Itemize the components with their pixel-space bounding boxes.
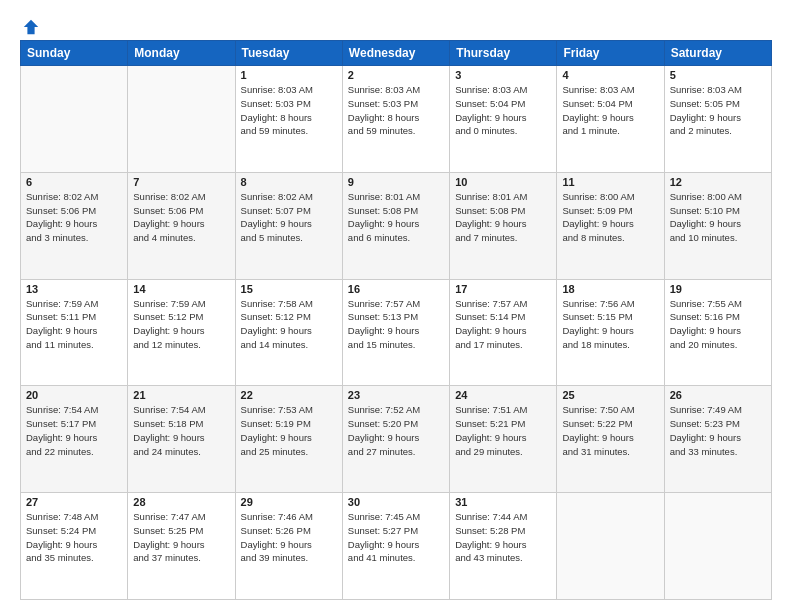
cell-text: Sunrise: 7:50 AM Sunset: 5:22 PM Dayligh… <box>562 403 658 458</box>
calendar-cell: 7Sunrise: 8:02 AM Sunset: 5:06 PM Daylig… <box>128 172 235 279</box>
calendar-cell: 2Sunrise: 8:03 AM Sunset: 5:03 PM Daylig… <box>342 66 449 173</box>
day-number: 28 <box>133 496 229 508</box>
weekday-header: Wednesday <box>342 41 449 66</box>
day-number: 22 <box>241 389 337 401</box>
cell-text: Sunrise: 8:02 AM Sunset: 5:07 PM Dayligh… <box>241 190 337 245</box>
cell-text: Sunrise: 7:49 AM Sunset: 5:23 PM Dayligh… <box>670 403 766 458</box>
day-number: 21 <box>133 389 229 401</box>
calendar-cell: 25Sunrise: 7:50 AM Sunset: 5:22 PM Dayli… <box>557 386 664 493</box>
calendar-cell: 19Sunrise: 7:55 AM Sunset: 5:16 PM Dayli… <box>664 279 771 386</box>
weekday-header: Tuesday <box>235 41 342 66</box>
cell-text: Sunrise: 8:03 AM Sunset: 5:05 PM Dayligh… <box>670 83 766 138</box>
day-number: 17 <box>455 283 551 295</box>
cell-text: Sunrise: 8:02 AM Sunset: 5:06 PM Dayligh… <box>26 190 122 245</box>
calendar-cell <box>21 66 128 173</box>
calendar-cell: 31Sunrise: 7:44 AM Sunset: 5:28 PM Dayli… <box>450 493 557 600</box>
calendar-cell: 9Sunrise: 8:01 AM Sunset: 5:08 PM Daylig… <box>342 172 449 279</box>
calendar-cell: 10Sunrise: 8:01 AM Sunset: 5:08 PM Dayli… <box>450 172 557 279</box>
day-number: 23 <box>348 389 444 401</box>
day-number: 20 <box>26 389 122 401</box>
calendar-cell: 22Sunrise: 7:53 AM Sunset: 5:19 PM Dayli… <box>235 386 342 493</box>
day-number: 15 <box>241 283 337 295</box>
calendar-cell: 5Sunrise: 8:03 AM Sunset: 5:05 PM Daylig… <box>664 66 771 173</box>
cell-text: Sunrise: 7:54 AM Sunset: 5:18 PM Dayligh… <box>133 403 229 458</box>
cell-text: Sunrise: 8:00 AM Sunset: 5:09 PM Dayligh… <box>562 190 658 245</box>
cell-text: Sunrise: 7:57 AM Sunset: 5:14 PM Dayligh… <box>455 297 551 352</box>
calendar-week-row: 27Sunrise: 7:48 AM Sunset: 5:24 PM Dayli… <box>21 493 772 600</box>
cell-text: Sunrise: 7:56 AM Sunset: 5:15 PM Dayligh… <box>562 297 658 352</box>
cell-text: Sunrise: 7:57 AM Sunset: 5:13 PM Dayligh… <box>348 297 444 352</box>
calendar-cell: 4Sunrise: 8:03 AM Sunset: 5:04 PM Daylig… <box>557 66 664 173</box>
weekday-header: Thursday <box>450 41 557 66</box>
day-number: 2 <box>348 69 444 81</box>
calendar-header-row: SundayMondayTuesdayWednesdayThursdayFrid… <box>21 41 772 66</box>
cell-text: Sunrise: 8:03 AM Sunset: 5:03 PM Dayligh… <box>241 83 337 138</box>
cell-text: Sunrise: 8:00 AM Sunset: 5:10 PM Dayligh… <box>670 190 766 245</box>
calendar-cell: 1Sunrise: 8:03 AM Sunset: 5:03 PM Daylig… <box>235 66 342 173</box>
calendar-cell: 6Sunrise: 8:02 AM Sunset: 5:06 PM Daylig… <box>21 172 128 279</box>
day-number: 6 <box>26 176 122 188</box>
day-number: 27 <box>26 496 122 508</box>
day-number: 16 <box>348 283 444 295</box>
day-number: 1 <box>241 69 337 81</box>
day-number: 19 <box>670 283 766 295</box>
logo-icon <box>22 18 40 36</box>
calendar-week-row: 1Sunrise: 8:03 AM Sunset: 5:03 PM Daylig… <box>21 66 772 173</box>
day-number: 26 <box>670 389 766 401</box>
cell-text: Sunrise: 7:58 AM Sunset: 5:12 PM Dayligh… <box>241 297 337 352</box>
cell-text: Sunrise: 7:48 AM Sunset: 5:24 PM Dayligh… <box>26 510 122 565</box>
cell-text: Sunrise: 7:59 AM Sunset: 5:11 PM Dayligh… <box>26 297 122 352</box>
logo-text <box>20 18 40 36</box>
calendar-table: SundayMondayTuesdayWednesdayThursdayFrid… <box>20 40 772 600</box>
calendar-cell: 14Sunrise: 7:59 AM Sunset: 5:12 PM Dayli… <box>128 279 235 386</box>
calendar-body: 1Sunrise: 8:03 AM Sunset: 5:03 PM Daylig… <box>21 66 772 600</box>
calendar-cell: 8Sunrise: 8:02 AM Sunset: 5:07 PM Daylig… <box>235 172 342 279</box>
day-number: 29 <box>241 496 337 508</box>
cell-text: Sunrise: 7:51 AM Sunset: 5:21 PM Dayligh… <box>455 403 551 458</box>
cell-text: Sunrise: 7:46 AM Sunset: 5:26 PM Dayligh… <box>241 510 337 565</box>
svg-marker-0 <box>24 20 38 34</box>
cell-text: Sunrise: 8:03 AM Sunset: 5:04 PM Dayligh… <box>562 83 658 138</box>
day-number: 25 <box>562 389 658 401</box>
cell-text: Sunrise: 7:44 AM Sunset: 5:28 PM Dayligh… <box>455 510 551 565</box>
calendar-cell: 12Sunrise: 8:00 AM Sunset: 5:10 PM Dayli… <box>664 172 771 279</box>
weekday-header: Saturday <box>664 41 771 66</box>
cell-text: Sunrise: 8:03 AM Sunset: 5:03 PM Dayligh… <box>348 83 444 138</box>
logo <box>20 18 40 32</box>
cell-text: Sunrise: 7:54 AM Sunset: 5:17 PM Dayligh… <box>26 403 122 458</box>
day-number: 11 <box>562 176 658 188</box>
calendar-week-row: 13Sunrise: 7:59 AM Sunset: 5:11 PM Dayli… <box>21 279 772 386</box>
cell-text: Sunrise: 8:01 AM Sunset: 5:08 PM Dayligh… <box>348 190 444 245</box>
calendar-cell: 18Sunrise: 7:56 AM Sunset: 5:15 PM Dayli… <box>557 279 664 386</box>
calendar-cell: 27Sunrise: 7:48 AM Sunset: 5:24 PM Dayli… <box>21 493 128 600</box>
calendar-cell <box>664 493 771 600</box>
day-number: 31 <box>455 496 551 508</box>
calendar-week-row: 6Sunrise: 8:02 AM Sunset: 5:06 PM Daylig… <box>21 172 772 279</box>
day-number: 12 <box>670 176 766 188</box>
cell-text: Sunrise: 7:53 AM Sunset: 5:19 PM Dayligh… <box>241 403 337 458</box>
calendar-week-row: 20Sunrise: 7:54 AM Sunset: 5:17 PM Dayli… <box>21 386 772 493</box>
weekday-header: Monday <box>128 41 235 66</box>
weekday-header: Sunday <box>21 41 128 66</box>
header <box>20 18 772 32</box>
day-number: 24 <box>455 389 551 401</box>
day-number: 13 <box>26 283 122 295</box>
calendar-cell <box>128 66 235 173</box>
day-number: 30 <box>348 496 444 508</box>
calendar-cell: 17Sunrise: 7:57 AM Sunset: 5:14 PM Dayli… <box>450 279 557 386</box>
day-number: 4 <box>562 69 658 81</box>
day-number: 14 <box>133 283 229 295</box>
calendar-cell: 11Sunrise: 8:00 AM Sunset: 5:09 PM Dayli… <box>557 172 664 279</box>
cell-text: Sunrise: 8:02 AM Sunset: 5:06 PM Dayligh… <box>133 190 229 245</box>
calendar-cell: 20Sunrise: 7:54 AM Sunset: 5:17 PM Dayli… <box>21 386 128 493</box>
calendar-cell: 23Sunrise: 7:52 AM Sunset: 5:20 PM Dayli… <box>342 386 449 493</box>
day-number: 10 <box>455 176 551 188</box>
calendar-cell: 21Sunrise: 7:54 AM Sunset: 5:18 PM Dayli… <box>128 386 235 493</box>
calendar-cell: 15Sunrise: 7:58 AM Sunset: 5:12 PM Dayli… <box>235 279 342 386</box>
calendar-cell <box>557 493 664 600</box>
day-number: 8 <box>241 176 337 188</box>
day-number: 3 <box>455 69 551 81</box>
day-number: 7 <box>133 176 229 188</box>
calendar-cell: 24Sunrise: 7:51 AM Sunset: 5:21 PM Dayli… <box>450 386 557 493</box>
day-number: 18 <box>562 283 658 295</box>
